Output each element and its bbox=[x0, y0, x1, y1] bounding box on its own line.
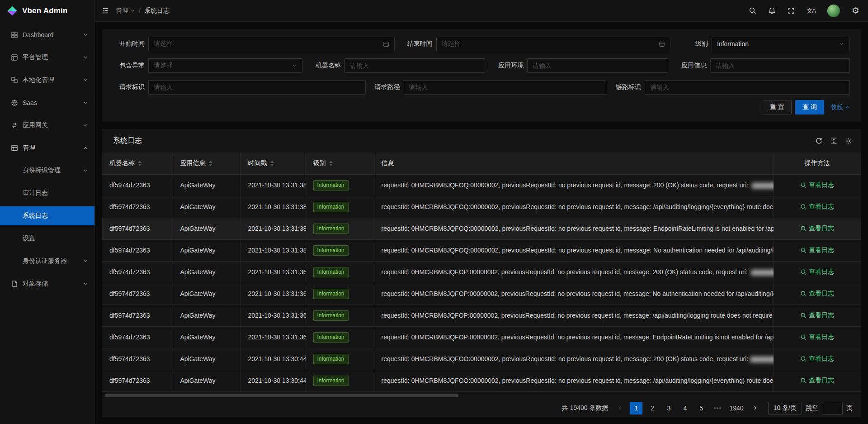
column-header-app[interactable]: 应用信息 bbox=[173, 152, 241, 174]
cell-message: requestId: 0HMCRBM8JQFOQ:00000002, previ… bbox=[374, 239, 774, 261]
view-log-link[interactable]: 查看日志 bbox=[800, 355, 834, 363]
sidebar-item-auth-server[interactable]: 身份认证服务器 bbox=[0, 252, 94, 271]
filter-row-1: 开始时间 请选择 结束时间 请选择 bbox=[113, 37, 850, 51]
breadcrumb-separator: / bbox=[139, 7, 141, 14]
sidebar-item-gateway[interactable]: 应用网关 bbox=[0, 116, 94, 135]
page-button-last[interactable]: 1940 bbox=[727, 402, 745, 414]
cell-timestamp: 2021-10-30 13:31:36 bbox=[241, 261, 306, 283]
jump-page-input[interactable] bbox=[822, 402, 843, 414]
table-header-row: 机器名称 应用信息 时间戳 bbox=[102, 152, 861, 174]
magnifier-icon bbox=[800, 269, 807, 275]
search-icon[interactable] bbox=[743, 0, 762, 22]
view-log-link[interactable]: 查看日志 bbox=[800, 268, 834, 276]
sort-icon bbox=[209, 161, 212, 166]
column-height-icon[interactable] bbox=[830, 137, 838, 145]
cell-app: ApiGateWay bbox=[173, 174, 241, 196]
field-label: 开始时间 bbox=[113, 40, 145, 48]
field-app-info: 应用信息 bbox=[675, 58, 850, 73]
sidebar-menu: Dashboard 平台管理 本地化管理 bbox=[0, 22, 94, 424]
sidebar-item-audit-log[interactable]: 审计日志 bbox=[0, 184, 94, 203]
page-size-select[interactable]: 10 条/页 bbox=[768, 402, 802, 414]
logo[interactable]: Vben Admin bbox=[0, 0, 94, 22]
sidebar-item-saas[interactable]: Saas bbox=[0, 93, 94, 112]
bell-icon[interactable] bbox=[762, 0, 782, 22]
page-button-3[interactable]: 3 bbox=[662, 402, 675, 414]
cell-message: requestId: 0HMCRBM8JQFOQ:00000002, previ… bbox=[374, 196, 774, 218]
page-button-4[interactable]: 4 bbox=[679, 402, 691, 414]
cell-timestamp: 2021-10-30 13:31:36 bbox=[241, 305, 306, 326]
sidebar-item-management[interactable]: 管理 bbox=[0, 138, 94, 157]
cell-timestamp: 2021-10-30 13:31:38 bbox=[241, 218, 306, 239]
page-button-5[interactable]: 5 bbox=[695, 402, 708, 414]
view-log-link[interactable]: 查看日志 bbox=[800, 333, 834, 341]
request-id-input[interactable] bbox=[148, 80, 366, 95]
next-page-button[interactable] bbox=[749, 402, 762, 414]
view-log-link[interactable]: 查看日志 bbox=[800, 203, 834, 211]
column-header-message: 信息 bbox=[374, 152, 774, 174]
sidebar-item-localization[interactable]: 本地化管理 bbox=[0, 71, 94, 90]
table-row: df5974d72363 ApiGateWay 2021-10-30 13:31… bbox=[102, 218, 861, 239]
app-info-input[interactable] bbox=[710, 58, 850, 73]
page-button-2[interactable]: 2 bbox=[646, 402, 659, 414]
table-row: df5974d72363 ApiGateWay 2021-10-30 13:31… bbox=[102, 305, 861, 326]
prev-page-button[interactable] bbox=[613, 402, 626, 414]
field-label: 链路标识 bbox=[609, 83, 641, 91]
start-time-picker[interactable]: 请选择 bbox=[148, 37, 395, 51]
request-path-input[interactable] bbox=[404, 80, 607, 95]
field-machine-name: 机器名称 bbox=[309, 58, 485, 73]
pagination-ellipsis[interactable]: ••• bbox=[711, 405, 724, 412]
sidebar-item-dashboard[interactable]: Dashboard bbox=[0, 25, 94, 44]
view-log-link[interactable]: 查看日志 bbox=[800, 290, 834, 298]
redacted-text bbox=[752, 183, 774, 189]
field-end-time: 结束时间 请选择 bbox=[401, 37, 670, 51]
cell-machine: df5974d72363 bbox=[102, 326, 173, 348]
menu-fold-icon[interactable] bbox=[97, 0, 114, 22]
sidebar-item-platform[interactable]: 平台管理 bbox=[0, 48, 94, 67]
view-log-link[interactable]: 查看日志 bbox=[800, 246, 834, 254]
search-button[interactable]: 查 询 bbox=[795, 100, 824, 114]
table-toolbar bbox=[815, 137, 853, 145]
view-log-link[interactable]: 查看日志 bbox=[800, 181, 834, 189]
column-header-timestamp[interactable]: 时间戳 bbox=[241, 152, 306, 174]
trace-id-input[interactable] bbox=[645, 80, 850, 95]
user-menu[interactable] bbox=[821, 0, 846, 22]
reset-button[interactable]: 重 置 bbox=[763, 100, 792, 114]
dashboard-icon bbox=[11, 31, 18, 38]
jump-suffix-label: 页 bbox=[846, 404, 853, 412]
jump-label: 跳至 bbox=[806, 404, 818, 412]
level-badge: Information bbox=[313, 310, 349, 321]
page-button-1[interactable]: 1 bbox=[630, 402, 642, 414]
cell-actions: 查看日志 bbox=[774, 239, 861, 261]
cell-app: ApiGateWay bbox=[173, 326, 241, 348]
filter-row-2: 包含异常 请选择 机器名称 应用环境 bbox=[113, 58, 850, 73]
refresh-icon[interactable] bbox=[815, 137, 823, 145]
table-row: df5974d72363 ApiGateWay 2021-10-30 13:31… bbox=[102, 326, 861, 348]
breadcrumb-parent[interactable]: 管理 bbox=[116, 7, 135, 15]
sidebar-item-settings[interactable]: 设置 bbox=[0, 229, 94, 248]
translate-icon[interactable]: 文A bbox=[801, 0, 821, 22]
view-log-link[interactable]: 查看日志 bbox=[800, 311, 834, 319]
avatar bbox=[827, 5, 840, 17]
file-icon bbox=[11, 280, 18, 287]
fullscreen-icon[interactable] bbox=[782, 0, 801, 22]
machine-name-input[interactable] bbox=[344, 58, 485, 73]
end-time-picker[interactable]: 请选择 bbox=[436, 37, 670, 51]
app-env-input[interactable] bbox=[527, 58, 668, 73]
page-content: 开始时间 请选择 结束时间 请选择 bbox=[95, 22, 868, 424]
scrollbar-thumb[interactable] bbox=[105, 394, 458, 397]
view-log-link[interactable]: 查看日志 bbox=[800, 224, 834, 233]
level-badge: Information bbox=[313, 245, 349, 256]
collapse-filter-link[interactable]: 收起 bbox=[830, 103, 850, 111]
sidebar-item-object-storage[interactable]: 对象存储 bbox=[0, 274, 94, 293]
level-select[interactable]: Information bbox=[712, 37, 850, 51]
cell-app: ApiGateWay bbox=[173, 370, 241, 391]
sidebar-item-system-log[interactable]: 系统日志 bbox=[0, 206, 94, 225]
gear-icon[interactable]: ⚙ bbox=[846, 0, 865, 22]
sidebar-item-identity-management[interactable]: 身份标识管理 bbox=[0, 161, 94, 180]
table-settings-icon[interactable] bbox=[845, 137, 853, 145]
column-header-level[interactable]: 级别 bbox=[306, 152, 374, 174]
column-header-machine[interactable]: 机器名称 bbox=[102, 152, 173, 174]
has-exception-select[interactable]: 请选择 bbox=[148, 58, 302, 73]
level-badge: Information bbox=[313, 180, 349, 191]
view-log-link[interactable]: 查看日志 bbox=[800, 376, 834, 385]
